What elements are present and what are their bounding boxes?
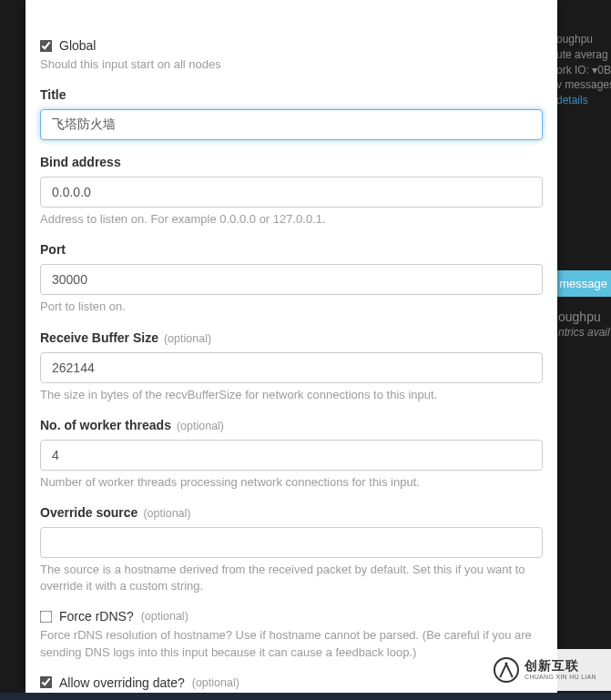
port-help: Port to listen on. [40,299,543,315]
workers-optional: (optional) [177,420,224,432]
rdns-checkbox[interactable] [40,610,53,623]
port-input[interactable] [40,264,543,295]
watermark: 创新互联 CHUANG XIN HU LIAN [479,649,611,691]
worker-threads-input[interactable] [40,440,543,471]
watermark-en: CHUANG XIN HU LIAN [524,674,596,681]
taskbar [0,693,611,700]
rdns-label: Force rDNS? [59,609,134,624]
watermark-cn: 创新互联 [524,659,596,673]
override-label: Override source [40,505,137,520]
input-config-modal: Global Should this input start on all no… [25,0,557,700]
bind-label: Bind address [40,155,121,169]
background-stats-2: oughpu ntrics avail [558,309,611,339]
title-input[interactable] [40,109,543,140]
title-label: Title [40,87,66,102]
background-stats: oughpu ute averag ork IO: ▾0B v messages… [556,32,611,108]
recv-buffer-input[interactable] [40,352,543,383]
override-source-input[interactable] [40,527,543,558]
bind-help: Address to listen on. For example 0.0.0.… [40,211,543,228]
global-checkbox-row[interactable]: Global [40,38,543,53]
message-button[interactable]: message [552,270,611,297]
rdns-help: Force rDNS resolution of hostname? Use i… [40,627,543,660]
watermark-logo-icon [494,657,519,683]
recv-help: The size in bytes of the recvBufferSize … [40,387,543,403]
override-help: The source is a hostname derived from th… [40,562,543,594]
allowdate-label: Allow overriding date? [59,675,185,690]
global-label: Global [59,38,96,53]
allowdate-checkbox[interactable] [40,676,53,689]
override-optional: (optional) [143,507,190,520]
rdns-optional: (optional) [141,610,188,623]
workers-help: Number of worker threads processing netw… [40,474,543,491]
recv-optional: (optional) [164,332,211,345]
port-label: Port [40,242,66,257]
rdns-checkbox-row[interactable]: Force rDNS? (optional) [40,609,543,624]
allowdate-optional: (optional) [192,676,239,689]
global-help: Should this input start on all nodes [40,56,543,73]
global-checkbox[interactable] [40,39,53,52]
recv-label: Receive Buffer Size [40,330,158,345]
workers-label: No. of worker threads [40,418,171,432]
details-link[interactable]: details [556,94,588,107]
bind-address-input[interactable] [40,177,543,208]
allowdate-checkbox-row[interactable]: Allow overriding date? (optional) [40,675,543,690]
